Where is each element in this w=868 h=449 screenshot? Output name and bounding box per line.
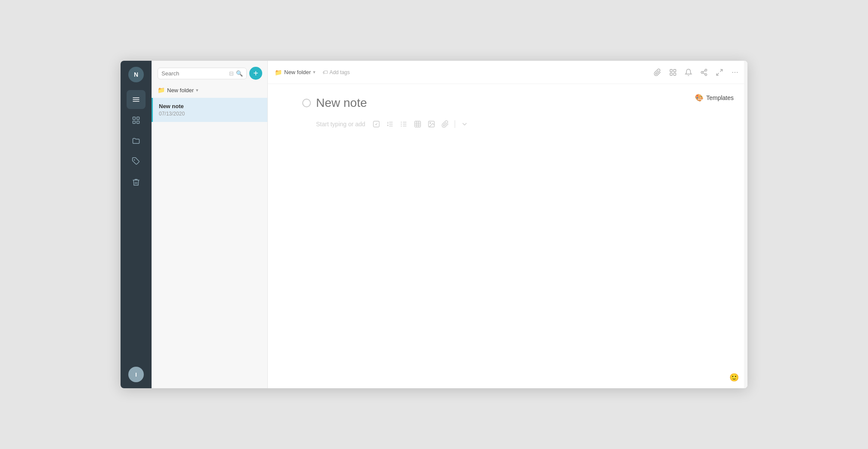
sidebar-item-folder[interactable] [127,131,146,150]
svg-point-38 [430,122,431,123]
svg-rect-3 [133,117,136,120]
emoji-button[interactable]: 🙂 [729,373,739,382]
note-title-row [302,96,713,110]
folder-label[interactable]: New folder [167,87,194,94]
templates-label: Templates [706,94,734,101]
filter-icon[interactable]: ⊟ [229,70,234,77]
top-bar: 📁 New folder ▾ 🏷 Add tags [268,61,747,84]
app-window: N I ⊟ 🔍 + 📁 New fol [121,61,747,388]
top-bar-left: 📁 New folder ▾ 🏷 Add tags [275,68,353,77]
attach-tool[interactable] [439,118,451,130]
bell-icon[interactable] [683,67,694,78]
folder-chevron-icon[interactable]: ▾ [196,87,198,93]
grid-view-icon[interactable] [667,67,679,78]
folder-icon: 📁 [158,87,165,94]
note-title: New note [159,103,261,109]
breadcrumb-folder-name[interactable]: New folder [284,69,311,75]
main-content: 📁 New folder ▾ 🏷 Add tags [268,61,747,388]
svg-point-20 [735,72,735,72]
middle-panel: ⊟ 🔍 + 📁 New folder ▾ New note 07/13/2020 [152,61,268,388]
table-tool[interactable] [412,118,424,130]
note-title-field[interactable] [316,96,713,110]
svg-rect-10 [670,73,672,75]
svg-rect-9 [674,69,676,72]
editor-area: 🎨 Templates Start typing or add [268,84,747,388]
folder-row: 📁 New folder ▾ [152,84,267,98]
add-tags-button[interactable]: 🏷 Add tags [319,68,353,77]
top-avatar[interactable]: N [128,67,144,82]
more-tool[interactable] [459,118,471,130]
svg-line-15 [703,73,705,74]
add-tags-label: Add tags [329,69,350,75]
sidebar-item-menu[interactable] [127,90,146,109]
sidebar-item-tags[interactable] [127,152,146,171]
svg-line-17 [720,69,722,72]
svg-line-16 [703,70,705,72]
svg-point-7 [134,159,135,161]
note-date: 07/13/2020 [159,111,261,117]
ordered-list-tool[interactable] [384,118,396,130]
templates-icon: 🎨 [695,94,704,102]
bottom-avatar[interactable]: I [128,367,144,382]
note-status-circle[interactable] [302,99,311,107]
svg-point-13 [701,71,703,73]
svg-point-14 [705,74,707,76]
search-input[interactable] [161,70,227,77]
svg-point-30 [401,124,402,125]
svg-rect-8 [670,69,672,72]
checkbox-tool[interactable] [370,118,382,130]
svg-rect-4 [137,117,140,120]
sidebar-item-trash[interactable] [127,173,146,192]
search-bar: ⊟ 🔍 + [152,61,267,84]
svg-point-19 [732,72,733,72]
editor-toolbar: Start typing or add [316,118,713,130]
svg-point-29 [401,122,402,122]
svg-rect-32 [415,121,421,127]
share-icon[interactable] [698,67,710,78]
top-bar-right [652,67,741,78]
search-input-wrap[interactable]: ⊟ 🔍 [158,68,247,79]
editor-placeholder: Start typing or add [316,121,365,128]
svg-rect-5 [133,121,136,124]
toolbar-divider [455,120,455,128]
breadcrumb-chevron-icon[interactable]: ▾ [313,69,316,75]
attach-icon[interactable] [652,67,663,78]
svg-line-18 [716,73,719,75]
svg-point-31 [401,125,402,126]
note-list: New note 07/13/2020 [152,98,267,388]
note-item[interactable]: New note 07/13/2020 [152,98,267,122]
bullet-list-tool[interactable] [398,118,410,130]
scrollbar[interactable] [744,61,747,388]
folder-breadcrumb: 📁 New folder ▾ [275,69,316,76]
search-icon[interactable]: 🔍 [236,70,243,77]
image-tool[interactable] [425,118,437,130]
sidebar-dark: N I [121,61,152,388]
add-note-button[interactable]: + [249,67,262,80]
svg-point-12 [705,69,707,71]
svg-rect-6 [137,121,140,124]
templates-button[interactable]: 🎨 Templates [690,91,739,104]
expand-icon[interactable] [714,67,725,78]
sidebar-item-apps[interactable] [127,111,146,130]
more-icon[interactable] [729,67,741,78]
tag-icon: 🏷 [322,69,328,75]
svg-point-21 [737,72,738,72]
breadcrumb-folder-icon: 📁 [275,69,282,76]
svg-rect-11 [674,73,676,75]
